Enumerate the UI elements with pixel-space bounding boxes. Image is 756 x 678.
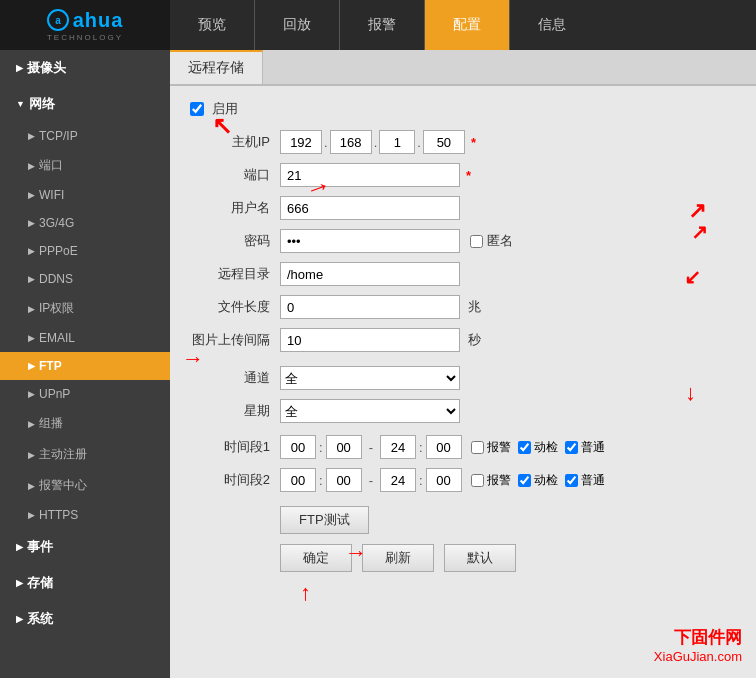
ip-seg2-input[interactable] (330, 130, 372, 154)
channel-label: 通道 (190, 369, 280, 387)
sidebar-item-system[interactable]: ▶ 系统 (0, 601, 170, 637)
password-input[interactable] (280, 229, 460, 253)
host-ip-row: 主机IP . . . * (190, 130, 736, 154)
ftp-test-button[interactable]: FTP测试 (280, 506, 369, 534)
refresh-button[interactable]: 刷新 (362, 544, 434, 572)
timeslot2-normal-check[interactable]: 普通 (565, 472, 605, 489)
ip-seg1-input[interactable] (280, 130, 322, 154)
upload-interval-label: 图片上传间隔 (190, 331, 280, 349)
weekday-label: 星期 (190, 402, 280, 420)
ip-seg4-input[interactable] (423, 130, 465, 154)
sidebar-item-event[interactable]: ▶ 事件 (0, 529, 170, 565)
confirm-button[interactable]: 确定 (280, 544, 352, 572)
sidebar-item-alarm-center[interactable]: ▶ 报警中心 (0, 470, 170, 501)
weekday-row: 星期 全 (190, 399, 736, 423)
tab-playback[interactable]: 回放 (255, 0, 340, 50)
sidebar-item-wifi[interactable]: ▶ WIFI (0, 181, 170, 209)
sidebar-item-tcp-ip[interactable]: ▶ TCP/IP (0, 122, 170, 150)
anonymous-area: 匿名 (470, 232, 513, 250)
timeslot1-end-m[interactable] (426, 435, 462, 459)
enable-label: 启用 (212, 100, 238, 118)
logo-icon: a (47, 9, 69, 31)
timeslot1-row: 时间段1 : - : 报警 动检 (190, 435, 736, 459)
tab-info[interactable]: 信息 (510, 0, 594, 50)
tab-config[interactable]: 配置 (425, 0, 510, 50)
file-length-input[interactable] (280, 295, 460, 319)
password-row: 密码 匿名 (190, 229, 736, 253)
sidebar-item-network[interactable]: ▼ 网络 (0, 86, 170, 122)
chevron-down-icon: ▼ (16, 99, 25, 109)
watermark-line1: 下固件网 (654, 626, 742, 649)
timeslot2-motion-check[interactable]: 动检 (518, 472, 558, 489)
sidebar-item-3g4g[interactable]: ▶ 3G/4G (0, 209, 170, 237)
sidebar-item-ftp[interactable]: ▶ FTP (0, 352, 170, 380)
timeslot2-alarm-check[interactable]: 报警 (471, 472, 511, 489)
enable-row: 启用 (190, 100, 736, 118)
content-body: 启用 主机IP . . . * 端口 * (170, 86, 756, 586)
bottom-buttons-row: 确定 刷新 默认 (190, 544, 736, 572)
watermark: 下固件网 XiaGuJian.com (654, 626, 742, 664)
sidebar-item-group[interactable]: ▶ 组播 (0, 408, 170, 439)
content-area: 远程存储 启用 主机IP . . . * (170, 50, 756, 678)
port-required: * (466, 168, 471, 183)
timeslot2-start-m[interactable] (326, 468, 362, 492)
upload-interval-row: 图片上传间隔 秒 (190, 328, 736, 352)
weekday-select[interactable]: 全 (280, 399, 460, 423)
username-input[interactable] (280, 196, 460, 220)
file-length-label: 文件长度 (190, 298, 280, 316)
sidebar-item-https[interactable]: ▶ HTTPS (0, 501, 170, 529)
timeslot1-motion-check[interactable]: 动检 (518, 439, 558, 456)
sidebar-item-port[interactable]: ▶ 端口 (0, 150, 170, 181)
nav-tabs: 预览 回放 报警 配置 信息 (170, 0, 756, 50)
timeslot2-start-h[interactable] (280, 468, 316, 492)
timeslot2-end-m[interactable] (426, 468, 462, 492)
chevron-right-sub-icon: ▶ (28, 131, 35, 141)
sidebar-item-ip-auth[interactable]: ▶ IP权限 (0, 293, 170, 324)
port-input[interactable] (280, 163, 460, 187)
timeslot1-end-h[interactable] (380, 435, 416, 459)
timeslot2-end-h[interactable] (380, 468, 416, 492)
timeslot1-normal-check[interactable]: 普通 (565, 439, 605, 456)
host-ip-label: 主机IP (190, 133, 280, 151)
port-row: 端口 * (190, 163, 736, 187)
content-header: 远程存储 (170, 50, 756, 86)
logo-sub: TECHNOLOGY (47, 33, 123, 42)
sidebar-item-camera[interactable]: ▶ 摄像头 (0, 50, 170, 86)
sidebar-item-email[interactable]: ▶ EMAIL (0, 324, 170, 352)
upload-interval-unit: 秒 (468, 331, 481, 349)
logo-area: a ahua TECHNOLOGY (0, 0, 170, 50)
sidebar-item-auto-reg[interactable]: ▶ 主动注册 (0, 439, 170, 470)
remote-dir-row: 远程目录 (190, 262, 736, 286)
watermark-line2: XiaGuJian.com (654, 649, 742, 664)
sidebar-item-ddns[interactable]: ▶ DDNS (0, 265, 170, 293)
timeslot1-start-m[interactable] (326, 435, 362, 459)
tab-preview[interactable]: 预览 (170, 0, 255, 50)
sidebar-item-upnp[interactable]: ▶ UPnP (0, 380, 170, 408)
enable-checkbox[interactable] (190, 102, 204, 116)
sidebar-item-pppoe[interactable]: ▶ PPPoE (0, 237, 170, 265)
channel-row: 通道 全 (190, 366, 736, 390)
username-label: 用户名 (190, 199, 280, 217)
sidebar-item-storage[interactable]: ▶ 存储 (0, 565, 170, 601)
timeslot1-start-h[interactable] (280, 435, 316, 459)
tab-alarm[interactable]: 报警 (340, 0, 425, 50)
ip-seg3-input[interactable] (379, 130, 415, 154)
timeslot2-row: 时间段2 : - : 报警 动检 (190, 468, 736, 492)
sidebar: ▶ 摄像头 ▼ 网络 ▶ TCP/IP ▶ 端口 ▶ WIFI ▶ 3G/4G … (0, 50, 170, 678)
content-tab-remote-storage[interactable]: 远程存储 (170, 50, 263, 84)
timeslot1-alarm-check[interactable]: 报警 (471, 439, 511, 456)
remote-dir-input[interactable] (280, 262, 460, 286)
ip-input-group: . . . * (280, 130, 476, 154)
channel-select[interactable]: 全 (280, 366, 460, 390)
password-label: 密码 (190, 232, 280, 250)
default-button[interactable]: 默认 (444, 544, 516, 572)
chevron-right-sub-icon: ▶ (28, 161, 35, 171)
svg-text:a: a (55, 15, 61, 26)
remote-dir-label: 远程目录 (190, 265, 280, 283)
upload-interval-input[interactable] (280, 328, 460, 352)
anonymous-label: 匿名 (487, 232, 513, 250)
logo-brand: ahua (73, 9, 124, 32)
anonymous-checkbox[interactable] (470, 235, 483, 248)
port-label: 端口 (190, 166, 280, 184)
ip-required: * (471, 135, 476, 150)
